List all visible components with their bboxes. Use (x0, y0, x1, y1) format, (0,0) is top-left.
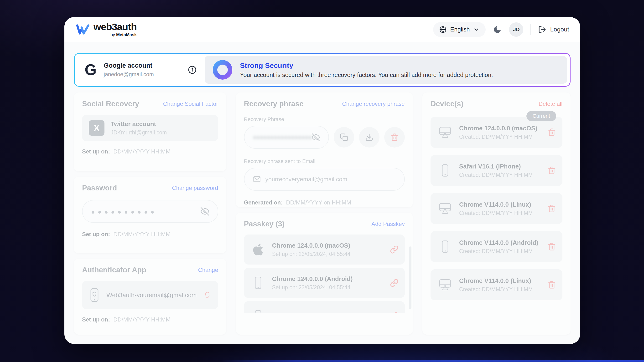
moon-icon (493, 25, 502, 34)
recovery-email-value: yourrecoveryemail@gmail.com (266, 176, 348, 183)
device-subtitle: Created: DD/MM/YYY HH:MM (459, 210, 533, 216)
avatar[interactable]: JD (509, 22, 523, 37)
passkey-item-subtitle: Set up on: 23/05/2024, 04:55:44 (272, 251, 350, 257)
avatar-initials: JD (513, 26, 520, 33)
language-selector[interactable]: English (433, 22, 486, 37)
password-setup-row: Set up on: DD/MM/YYYY HH:MM (82, 231, 218, 238)
unlink-authenticator-button[interactable] (203, 291, 212, 299)
authenticator-panel: Authenticator App Change Web3auth-yourem… (74, 259, 226, 335)
device-texts: Chrome V114.0.0 (Linux) Created: DD/MM/Y… (459, 277, 533, 293)
trash-icon (548, 281, 556, 289)
security-ring-hole (217, 65, 228, 75)
device-subtitle: Created: DD/MM/YYY HH:MM (459, 286, 533, 293)
password-panel: Password Change password ●●●●●●●●●● Set … (74, 177, 226, 253)
toggle-password-visibility[interactable] (200, 207, 209, 216)
toggle-phrase-visibility[interactable] (312, 133, 320, 141)
header: web3auth by MetaMask English (64, 17, 580, 42)
social-recovery-head: Social Recovery Change Social Factor (82, 100, 218, 108)
logo-byline: by MetaMask (110, 33, 137, 37)
delete-phrase-button[interactable] (384, 127, 405, 147)
change-password-link[interactable]: Change password (172, 185, 218, 191)
generated-row: Generated on: DD/MM/YYYY on HH:MM (244, 199, 405, 206)
authenticator-title: Authenticator App (82, 266, 146, 274)
add-passkey-link[interactable]: Add Passkey (371, 221, 405, 227)
recovery-phrase-label: Recovery Phrase (244, 116, 405, 122)
device-title: Chrome V114.0.0 (Linux) (459, 201, 533, 208)
smartphone-icon (440, 163, 450, 177)
recovery-phrase-input[interactable]: ●●●●●●●●●●●●●●●●● (244, 126, 329, 149)
delete-device-button[interactable] (548, 243, 556, 251)
device-icon-cell (437, 240, 453, 254)
authenticator-setup-row: Set up on: DD/MM/YYYY HH:MM (82, 316, 218, 323)
account-email: janedoe@gmail.com (104, 71, 154, 78)
delete-device-button[interactable] (548, 281, 556, 289)
logout-button[interactable]: Logout (538, 25, 569, 34)
copy-phrase-button[interactable] (334, 127, 354, 147)
info-icon (188, 65, 196, 74)
passkey-item-title: Chrome 124.0.0.0 (Android) (272, 275, 353, 283)
setup-value: DD/MM/YYYY HH:MM (113, 316, 170, 323)
security-banner: G Google account janedoe@gmail.com Stron… (74, 53, 570, 87)
delete-all-devices-link[interactable]: Delete all (538, 101, 562, 107)
recovery-email-input[interactable]: yourrecoveryemail@gmail.com (244, 168, 405, 191)
device-item: Chrome V114.0.0 (Linux) Created: DD/MM/Y… (430, 269, 562, 300)
passkey-link-button[interactable] (390, 312, 398, 313)
header-actions: English JD Logout (433, 22, 569, 37)
header-divider (530, 24, 531, 35)
passkey-scrollbar[interactable] (409, 246, 412, 309)
passkey-item-subtitle: Set up on: 23/05/2024, 04:55:44 (272, 284, 353, 291)
delete-device-button[interactable] (548, 204, 556, 213)
x-twitter-icon: X (89, 120, 104, 136)
device-item: Safari V16.1 (iPhone) Created: DD/MM/YYY… (430, 155, 562, 186)
password-title: Password (82, 184, 117, 192)
passkey-texts: Rome 24.456.355.98 (272, 313, 331, 313)
link-icon (390, 279, 398, 287)
logo-texts: web3auth by MetaMask (94, 22, 137, 37)
phone-shield-icon (89, 288, 100, 302)
twitter-title: Twitter account (111, 120, 167, 128)
change-recovery-phrase-link[interactable]: Change recovery phrase (342, 101, 405, 107)
logout-icon (538, 25, 546, 34)
device-icon-cell (437, 279, 453, 291)
passkey-link-button[interactable] (390, 245, 398, 254)
device-item: Chrome V114.0.0 (Linux) Created: DD/MM/Y… (430, 193, 562, 224)
passkey-icon-cell (250, 243, 266, 256)
password-head: Password Change password (82, 184, 218, 192)
change-social-factor-link[interactable]: Change Social Factor (163, 101, 218, 107)
social-recovery-title: Social Recovery (82, 100, 139, 108)
trash-icon (548, 243, 556, 251)
passkey-link-button[interactable] (390, 279, 398, 287)
desktop-icon (438, 279, 452, 291)
password-masked-value: ●●●●●●●●●● (91, 208, 157, 216)
passkey-icon-cell (250, 309, 266, 313)
smartphone-icon (440, 240, 450, 254)
current-device-badge: Current (526, 111, 556, 121)
account-info-button[interactable] (188, 65, 196, 74)
passkey-panel: Passkey (3) Add Passkey Chrome 124.0.0.0… (236, 213, 413, 335)
smartphone-icon (253, 309, 263, 313)
column-social: Social Recovery Change Social Factor X T… (74, 92, 226, 335)
passkey-item-title: Rome 24.456.355.98 (272, 313, 331, 313)
logo-byline-brand: MetaMask (116, 32, 137, 37)
change-authenticator-link[interactable]: Change (198, 267, 218, 273)
setup-label: Set up on: (82, 316, 110, 323)
authenticator-label: Web3auth-youremail@gmal.com (106, 292, 197, 299)
download-phrase-button[interactable] (359, 127, 380, 147)
devices-panel: Device(s) Delete all Current Chrome 124.… (422, 92, 570, 335)
unlink-icon (203, 291, 212, 299)
theme-toggle[interactable] (493, 25, 502, 34)
passkey-item: Chrome 124.0.0.0 (macOS) Set up on: 23/0… (244, 235, 405, 265)
bottom-glow (219, 360, 644, 362)
security-description: Your account is secured with three recov… (240, 71, 493, 78)
apple-logo-icon (252, 243, 264, 256)
password-input[interactable]: ●●●●●●●●●● (82, 200, 218, 223)
factors-grid: Social Recovery Change Social Factor X T… (74, 92, 570, 335)
setup-value: DD/MM/YYYY HH:MM (113, 231, 170, 238)
download-icon (365, 133, 373, 141)
twitter-email: JDKmurthi@gmail.com (111, 129, 167, 136)
passkey-item-title: Chrome 124.0.0.0 (macOS) (272, 242, 350, 249)
delete-device-button[interactable] (548, 166, 556, 174)
delete-device-button[interactable] (548, 128, 556, 136)
device-texts: Chrome V114.0.0 (Android) Created: DD/MM… (459, 239, 538, 255)
device-title: Chrome 124.0.0.0 (macOS) (459, 125, 538, 132)
